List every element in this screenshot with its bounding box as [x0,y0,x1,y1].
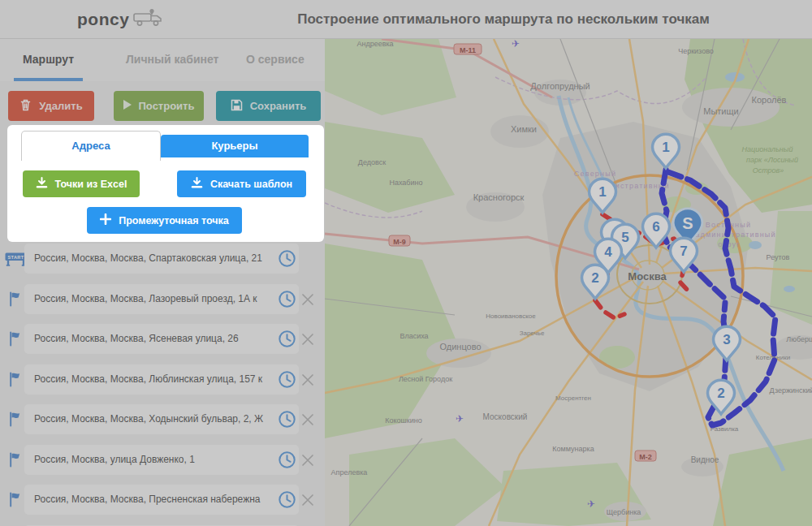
download-template-button[interactable]: Скачать шаблон [177,170,306,197]
download-icon [36,177,48,191]
tutorial-dim-overlay [0,0,812,526]
download-template-label: Скачать шаблон [210,179,292,190]
tab-addresses[interactable]: Адреса [21,131,161,161]
points-panel: Адреса Курьеры Точки из Excel Скачать ша… [7,125,324,242]
add-waypoint-label: Промежуточная точка [119,215,229,226]
add-waypoint-button[interactable]: Промежуточная точка [87,207,242,234]
tab-couriers[interactable]: Курьеры [161,135,309,157]
excel-import-button[interactable]: Точки из Excel [23,170,140,197]
plus-icon [100,213,111,227]
excel-import-label: Точки из Excel [55,179,127,190]
download-icon [191,177,203,191]
